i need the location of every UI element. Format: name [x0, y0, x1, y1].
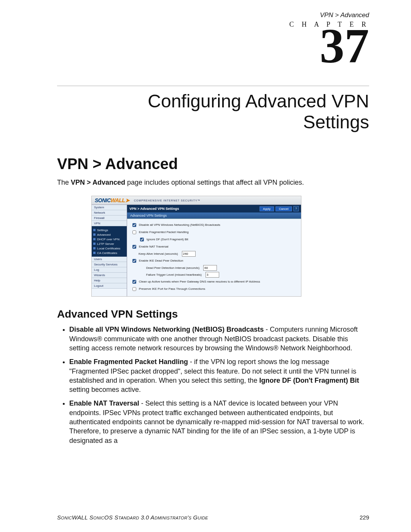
sidebar-item-wizards[interactable]: Wizards [92, 273, 127, 278]
chapter-title-line-2: Settings [303, 112, 369, 132]
sonicwall-logo: SONICWALL➤ [95, 197, 129, 203]
bullet-bold: Enable NAT Traversal [69, 399, 139, 407]
label-ignore-df: Ignore DF (Don't Fragment) Bit [147, 238, 188, 241]
sidebar-item-help[interactable]: Help [92, 278, 127, 283]
sidebar-item-log[interactable]: Log [92, 267, 127, 273]
check-ignore-df[interactable] [140, 238, 144, 241]
sidebar-item-users[interactable]: Users [92, 257, 127, 262]
footer-guide-name: SonicWALL SonicOS Standard 3.0 Administr… [57, 514, 208, 521]
check-enable-ike-dpd[interactable] [132, 259, 136, 263]
label-disable-netbios: Disable all VPN Windows Networking (NetB… [139, 223, 220, 227]
footer-page-number: 229 [360, 514, 369, 521]
bullet-bold: Enable Fragmented Packet Handling [69, 358, 188, 366]
list-item: Enable Fragmented Packet Handling - if t… [69, 357, 369, 394]
list-item: Enable NAT Traversal - Select this setti… [69, 399, 369, 445]
label-enable-frag-packet: Enable Fragmented Packet Handling [139, 230, 189, 234]
admin-screenshot: SONICWALL➤ COMPREHENSIVE INTERNET SECURI… [57, 196, 369, 297]
check-enable-frag-packet[interactable] [132, 230, 136, 234]
logo-part-2: WALL [111, 197, 125, 203]
sidebar-sub-ca-certificates[interactable]: CA Certificates [92, 251, 127, 255]
label-dpd-interval: Dead Peer Detection Interval (seconds) [146, 266, 199, 270]
sidebar-sub-advanced[interactable]: Advanced [92, 232, 127, 237]
sw-section-header: Advanced VPN Settings [127, 212, 301, 219]
sidebar-item-system[interactable]: System [92, 205, 127, 210]
label-keep-alive-interval: Keep Alive Interval (seconds) [139, 252, 178, 256]
sidebar-sub-dhcp-over-vpn[interactable]: DHCP over VPN [92, 237, 127, 241]
body-list: Disable all VPN Windows Networking (NetB… [69, 325, 369, 445]
sidebar-item-network[interactable]: Network [92, 210, 127, 216]
logo-arrow-icon: ➤ [125, 197, 130, 203]
sidebar-item-firewall[interactable]: Firewall [92, 216, 127, 221]
label-failure-trigger: Failure Trigger Level (missed heartbeats… [146, 273, 202, 276]
bullet-text-2: setting becomes active. [69, 386, 141, 393]
bullet-bold-2: Ignore DF (Don't Fragment) Bit [259, 377, 359, 384]
sidebar-sub-settings[interactable]: Settings [92, 228, 127, 232]
sidebar-item-security-services[interactable]: Security Services [92, 262, 127, 267]
intro-bold: VPN > Advanced [71, 179, 125, 186]
sw-page-title: VPN > Advanced VPN Settings [129, 207, 179, 211]
sw-tagline: COMPREHENSIVE INTERNET SECURITY™ [134, 199, 201, 202]
label-preserve-ike-port: Preserve IKE Port for Pass Through Conne… [139, 287, 205, 291]
check-cleanup-tunnels[interactable] [132, 280, 136, 284]
section-title: VPN > Advanced [57, 155, 369, 173]
check-enable-nat-traversal[interactable] [132, 245, 136, 249]
intro-post: page includes optional settings that aff… [125, 179, 304, 186]
sidebar-sub-l2tp-server[interactable]: L2TP Server [92, 241, 127, 246]
sidebar-item-vpn[interactable]: VPN [92, 221, 127, 226]
intro-paragraph: The VPN > Advanced page includes optiona… [57, 179, 369, 187]
logo-part-1: SONIC [95, 197, 111, 203]
running-header: VPN > Advanced [57, 11, 369, 19]
check-preserve-ike-port[interactable] [132, 287, 136, 291]
label-enable-ike-dpd: Enable IKE Dead Peer Detection [139, 259, 183, 262]
sidebar-sub-local-certificates[interactable]: Local Certificates [92, 246, 127, 251]
check-disable-netbios[interactable] [132, 223, 136, 227]
sidebar-item-logout[interactable]: Logout [92, 283, 127, 289]
chapter-title: Configuring Advanced VPN Settings [57, 91, 369, 133]
intro-pre: The [57, 179, 71, 186]
list-item: Disable all VPN Windows Networking (NetB… [69, 325, 369, 353]
label-cleanup-tunnels: Clean up Active tunnels when Peer Gatewa… [139, 280, 260, 283]
label-enable-nat-traversal: Enable NAT Traversal [139, 245, 169, 248]
input-failure-trigger[interactable] [206, 272, 219, 278]
chapter-number: 37 [57, 21, 369, 70]
input-dpd-interval[interactable] [203, 265, 217, 271]
cancel-button[interactable]: Cancel [276, 206, 292, 211]
input-keep-alive-interval[interactable] [182, 251, 196, 257]
sw-sidebar: System Network Firewall VPN Settings Adv… [92, 205, 127, 296]
bullet-bold: Disable all VPN Windows Networking (NetB… [69, 326, 264, 333]
sw-topbar: SONICWALL➤ COMPREHENSIVE INTERNET SECURI… [92, 196, 301, 205]
chapter-title-line-1: Configuring Advanced VPN [148, 91, 369, 111]
apply-button[interactable]: Apply [260, 206, 274, 211]
help-button[interactable]: ? [293, 206, 299, 211]
subsection-title: Advanced VPN Settings [57, 308, 369, 320]
page-footer: SonicWALL SonicOS Standard 3.0 Administr… [57, 514, 369, 521]
chapter-rule [57, 86, 369, 86]
